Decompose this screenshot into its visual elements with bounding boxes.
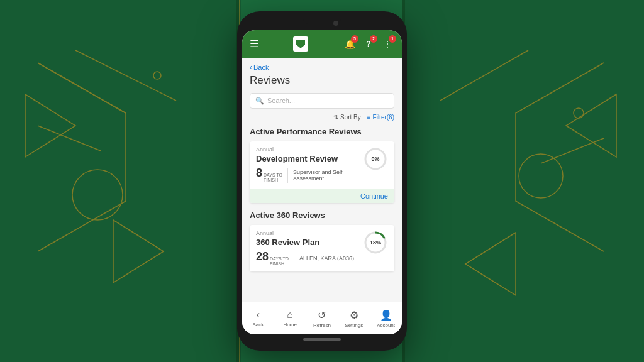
360-review-meta: 28 DAYS TOFINISH ALLEN, KARA (A036) (256, 251, 363, 267)
menu-icon[interactable]: ☰ (250, 38, 258, 50)
page-title: Reviews (250, 74, 394, 87)
phone-bottom-bar (303, 334, 341, 344)
meta-divider (287, 168, 288, 183)
app-header: ☰ 🔔 5 ? 2 ⋮ 1 (242, 30, 402, 58)
svg-rect-10 (402, 0, 644, 362)
back-label: Back (253, 63, 269, 71)
back-chevron-icon: ‹ (250, 63, 252, 72)
filter-label: Filter(6) (373, 114, 394, 121)
nav-home[interactable]: ⌂ Home (277, 309, 303, 327)
nav-back[interactable]: ‹ Back (245, 309, 270, 327)
360-review-info: Annual 360 Review Plan 28 DAYS TOFINISH … (256, 230, 363, 267)
360-reviews-heading: Active 360 Reviews (250, 211, 394, 220)
nav-account[interactable]: 👤 Account (374, 309, 399, 328)
360-meta-divider (294, 251, 294, 266)
filter-button[interactable]: ≡ Filter(6) (367, 114, 394, 121)
360-days-label: DAYS TOFINISH (270, 256, 289, 267)
nav-back-icon: ‹ (257, 309, 260, 321)
nav-refresh-label: Refresh (313, 322, 331, 328)
filter-icon: ≡ (367, 114, 371, 121)
more-icon-wrap[interactable]: ⋮ 1 (380, 37, 394, 51)
360-progress-circle: 18% (363, 230, 388, 255)
360-review-card: Annual 360 Review Plan 28 DAYS TOFINISH … (250, 225, 394, 272)
help-badge: 2 (370, 35, 377, 43)
nav-refresh-icon: ↺ (318, 309, 326, 321)
sort-button[interactable]: ⇅ Sort By (333, 114, 361, 121)
development-review-card: Annual Development Review 8 DAYS TOFINIS… (250, 141, 394, 203)
360-progress-text: 18% (370, 239, 381, 246)
search-input[interactable]: Search... (267, 97, 389, 104)
nav-settings-label: Settings (345, 322, 363, 328)
development-review-name: Development Review (256, 154, 363, 163)
continue-button[interactable]: Continue (250, 189, 394, 203)
page-content: ‹ Back Reviews 🔍 Search... ⇅ Sort By ≡ F… (242, 58, 402, 302)
development-days-label: DAYS TOFINISH (264, 173, 282, 184)
logo-shape (296, 40, 305, 48)
phone-screen: ☰ 🔔 5 ? 2 ⋮ 1 (242, 30, 402, 334)
360-review-type: Annual (256, 230, 363, 236)
back-button[interactable]: ‹ Back (250, 63, 394, 72)
development-review-meta: 8 DAYS TOFINISH Supervisor and SelfAsses… (256, 167, 363, 184)
nav-account-icon: 👤 (380, 309, 392, 321)
nav-back-label: Back (252, 322, 264, 327)
help-icon-wrap[interactable]: ? 2 (362, 37, 375, 51)
search-bar[interactable]: 🔍 Search... (250, 93, 394, 109)
nav-settings-icon: ⚙ (350, 309, 358, 321)
phone-top-bar (242, 18, 402, 30)
more-badge: 1 (389, 35, 396, 43)
360-meta-text: ALLEN, KARA (A036) (299, 255, 354, 261)
phone-camera (333, 21, 338, 26)
development-progress-text: 0% (371, 156, 379, 162)
360-review-name: 360 Review Plan (256, 238, 363, 247)
nav-refresh[interactable]: ↺ Refresh (309, 309, 335, 328)
filter-row: ⇅ Sort By ≡ Filter(6) (250, 114, 394, 121)
360-review-body: Annual 360 Review Plan 28 DAYS TOFINISH … (250, 225, 394, 272)
development-review-type: Annual (256, 146, 363, 153)
360-days-section: 28 DAYS TOFINISH (256, 251, 289, 267)
header-icons: 🔔 5 ? 2 ⋮ 1 (343, 37, 394, 51)
development-review-info: Annual Development Review 8 DAYS TOFINIS… (256, 146, 363, 184)
notification-badge: 5 (351, 35, 358, 43)
development-days-section: 8 DAYS TOFINISH (256, 167, 282, 184)
notification-icon-wrap[interactable]: 🔔 5 (343, 37, 357, 51)
app-logo (293, 36, 308, 52)
development-review-body: Annual Development Review 8 DAYS TOFINIS… (250, 141, 394, 189)
development-days-number: 8 (256, 167, 262, 178)
phone-frame: ☰ 🔔 5 ? 2 ⋮ 1 (237, 11, 407, 351)
sort-icon: ⇅ (333, 114, 338, 121)
performance-reviews-heading: Active Performance Reviews (250, 127, 394, 136)
360-days-number: 28 (256, 251, 269, 262)
nav-home-icon: ⌂ (287, 309, 293, 321)
sort-label: Sort By (340, 114, 361, 121)
nav-home-label: Home (284, 322, 297, 327)
bottom-nav: ‹ Back ⌂ Home ↺ Refresh ⚙ Settings 👤 Acc… (242, 302, 402, 334)
nav-account-label: Account (377, 322, 395, 328)
development-meta-text: Supervisor and SelfAssessment (293, 169, 343, 182)
home-indicator (303, 338, 341, 341)
development-progress-circle: 0% (363, 146, 388, 172)
nav-settings[interactable]: ⚙ Settings (341, 309, 367, 328)
svg-rect-9 (0, 0, 241, 362)
search-icon: 🔍 (255, 97, 264, 105)
